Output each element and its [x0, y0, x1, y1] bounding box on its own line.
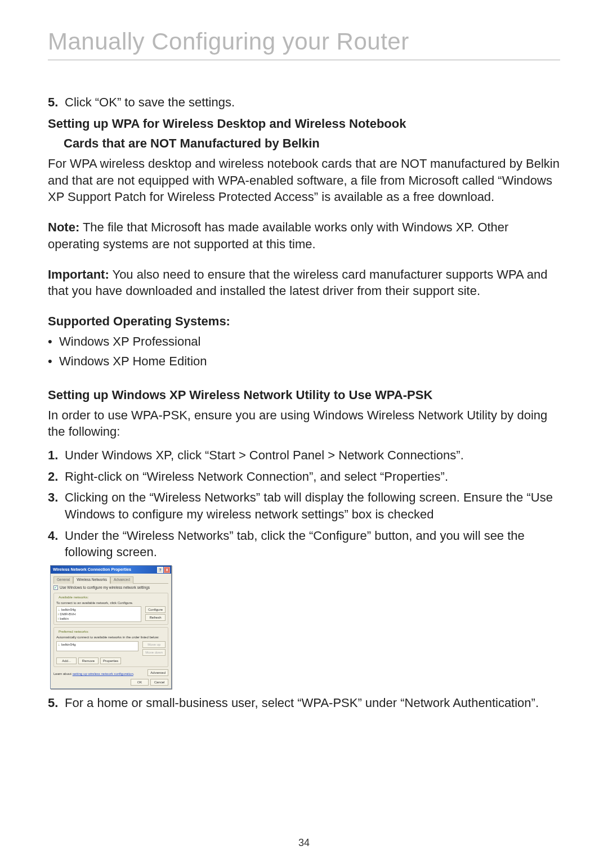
xp-titlebar: Wireless Network Connection Properties ?…: [51, 566, 171, 574]
list-item[interactable]: ibelkin: [58, 616, 140, 621]
heading-supported-os: Supported Operating Systems:: [48, 313, 560, 330]
learn-link[interactable]: setting up wireless network configuratio…: [73, 672, 133, 675]
bullet-dot: •: [48, 353, 55, 370]
step-5-save: 5. Click “OK” to save the settings.: [48, 94, 560, 111]
note-text: The file that Microsoft has made availab…: [48, 220, 508, 251]
note-paragraph: Note: The file that Microsoft has made a…: [48, 219, 560, 252]
bullet-xp-home: •Windows XP Home Edition: [48, 353, 560, 370]
move-down-button[interactable]: Move down: [142, 649, 166, 656]
close-button[interactable]: X: [164, 567, 170, 573]
configure-button[interactable]: Configure: [145, 606, 166, 613]
move-up-button[interactable]: Move up: [142, 641, 166, 648]
step-number: 5.: [48, 94, 61, 111]
step-text: Right-click on “Wireless Network Connect…: [65, 468, 560, 485]
step-text: For a home or small-business user, selec…: [65, 695, 560, 712]
xp-tabs: General Wireless Networks Advanced: [53, 576, 168, 584]
step-5: 5.For a home or small-business user, sel…: [48, 695, 560, 712]
cancel-button[interactable]: Cancel: [150, 679, 168, 686]
remove-button[interactable]: Remove: [78, 657, 99, 664]
step-text: Click “OK” to save the settings.: [65, 94, 560, 111]
list-item-label: belkin54g: [61, 607, 76, 612]
help-button[interactable]: ?: [157, 567, 163, 573]
learn-label: Learn about: [53, 672, 73, 675]
use-windows-checkbox[interactable]: ✓: [53, 585, 58, 590]
page-number: 34: [0, 837, 608, 849]
title-divider: [48, 60, 560, 60]
learn-about-text: Learn about setting up wireless network …: [53, 672, 145, 676]
heading-wpa-nonbelkin-line1: Setting up WPA for Wireless Desktop and …: [48, 115, 560, 132]
step-text: Under Windows XP, click “Start > Control…: [65, 447, 560, 464]
list-item[interactable]: ⟂belkin54g: [58, 642, 137, 647]
preferred-networks-list[interactable]: ⟂belkin54g: [56, 641, 138, 651]
paragraph-wpa-download: For WPA wireless desktop and wireless no…: [48, 155, 560, 205]
paragraph-ensure-utility: In order to use WPA-PSK, ensure you are …: [48, 407, 560, 440]
bullet-text: Windows XP Professional: [59, 333, 201, 350]
properties-button[interactable]: Properties: [100, 657, 121, 664]
heading-wpa-nonbelkin-line2: Cards that are NOT Manufactured by Belki…: [48, 135, 560, 152]
step-number: 2.: [48, 468, 61, 485]
step-number: 1.: [48, 447, 61, 464]
preferred-networks-group: Preferred networks: Automatically connec…: [53, 627, 168, 667]
xp-properties-dialog: Wireless Network Connection Properties ?…: [50, 565, 172, 689]
tab-wireless-networks[interactable]: Wireless Networks: [73, 576, 110, 584]
advanced-button[interactable]: Advanced: [147, 669, 168, 676]
available-networks-list[interactable]: ⟂belkin54g iDMR-BVH ibelkin: [56, 606, 141, 622]
step-number: 4.: [48, 527, 61, 544]
page-title: Manually Configuring your Router: [48, 28, 560, 55]
xp-title-text: Wireless Network Connection Properties: [53, 567, 131, 572]
wifi-icon: i: [58, 616, 59, 621]
step-number: 5.: [48, 695, 61, 712]
step-number: 3.: [48, 489, 61, 506]
important-text: You also need to ensure that the wireles…: [48, 267, 547, 298]
wifi-icon: ⟂: [58, 607, 60, 612]
preferred-networks-title: Preferred networks:: [57, 629, 90, 634]
heading-wpa-psk-utility: Setting up Windows XP Wireless Network U…: [48, 387, 560, 404]
step-1: 1.Under Windows XP, click “Start > Contr…: [48, 447, 560, 464]
important-paragraph: Important: You also need to ensure that …: [48, 266, 560, 299]
add-button[interactable]: Add...: [56, 657, 77, 664]
step-text: Clicking on the “Wireless Networks” tab …: [65, 489, 560, 522]
use-windows-checkbox-row: ✓ Use Windows to configure my wireless n…: [53, 585, 168, 590]
bullet-dot: •: [48, 333, 55, 350]
step-text: Under the “Wireless Networks” tab, click…: [65, 527, 560, 561]
tab-advanced[interactable]: Advanced: [110, 576, 133, 584]
preferred-networks-help: Automatically connect to available netwo…: [56, 635, 166, 639]
ok-button[interactable]: OK: [131, 679, 149, 686]
list-item[interactable]: ⟂belkin54g: [58, 607, 140, 612]
important-label: Important:: [48, 267, 109, 281]
wifi-icon: ⟂: [58, 642, 60, 647]
list-item-label: DMR-BVH: [60, 612, 75, 616]
note-label: Note:: [48, 220, 79, 234]
list-item[interactable]: iDMR-BVH: [58, 612, 140, 616]
available-networks-help: To connect to an available network, clic…: [56, 601, 166, 605]
tab-general[interactable]: General: [53, 576, 73, 584]
list-item-label: belkin: [60, 616, 69, 621]
use-windows-checkbox-label: Use Windows to configure my wireless net…: [60, 585, 150, 590]
wifi-icon: i: [58, 612, 59, 616]
step-2: 2.Right-click on “Wireless Network Conne…: [48, 468, 560, 485]
available-networks-group: Available networks: To connect to an ava…: [53, 593, 168, 625]
list-item-label: belkin54g: [61, 642, 76, 647]
available-networks-title: Available networks:: [57, 595, 90, 599]
step-4: 4.Under the “Wireless Networks” tab, cli…: [48, 527, 560, 561]
bullet-text: Windows XP Home Edition: [59, 353, 207, 370]
document-body: 5. Click “OK” to save the settings. Sett…: [48, 94, 560, 712]
bullet-xp-pro: •Windows XP Professional: [48, 333, 560, 350]
refresh-button[interactable]: Refresh: [145, 614, 166, 621]
step-3: 3.Clicking on the “Wireless Networks” ta…: [48, 489, 560, 522]
